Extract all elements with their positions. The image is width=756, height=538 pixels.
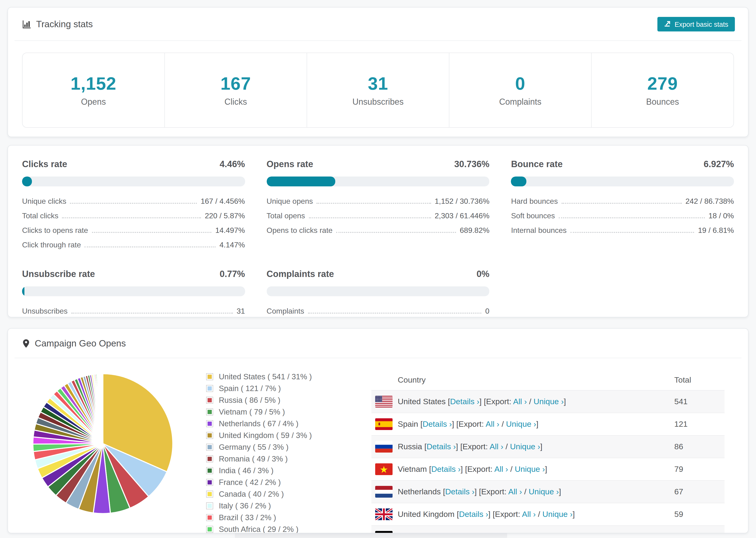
- rate-stat-value: 242 / 86.738%: [685, 197, 734, 206]
- legend-item-united-kingdom[interactable]: United Kingdom ( 59 / 3% ): [206, 431, 312, 440]
- legend-color-swatch: [206, 491, 213, 498]
- legend-item-germany[interactable]: Germany ( 55 / 3% ): [206, 443, 312, 452]
- export-unique-link[interactable]: Unique ›: [506, 419, 536, 428]
- export-unique-link[interactable]: Unique ›: [533, 397, 564, 406]
- rate-stat-value: 14.497%: [215, 226, 245, 235]
- rate-section-value: 4.46%: [220, 159, 245, 170]
- legend-item-brazil[interactable]: Brazil ( 33 / 2% ): [206, 513, 312, 522]
- export-unique-link[interactable]: Unique ›: [510, 442, 540, 451]
- rate-section-value: 30.736%: [454, 159, 490, 170]
- legend-color-swatch: [206, 408, 213, 415]
- details-link[interactable]: Details ›: [459, 510, 488, 518]
- legend-label: Spain ( 121 / 7% ): [219, 384, 281, 393]
- bracket: ]: [559, 487, 561, 496]
- details-link[interactable]: Details ›: [431, 464, 460, 473]
- legend-color-swatch: [206, 502, 213, 510]
- campaign-geo-opens-title: Campaign Geo Opens: [22, 338, 126, 349]
- legend-item-netherlands[interactable]: Netherlands ( 67 / 4% ): [206, 419, 312, 428]
- details-link[interactable]: Details ›: [423, 419, 452, 428]
- rate-stat-label: Soft bounces: [511, 212, 555, 220]
- flag-icon-nl: [375, 486, 393, 498]
- bracket: ]: [460, 464, 463, 473]
- legend-item-romania[interactable]: Romania ( 49 / 3% ): [206, 455, 312, 463]
- legend-item-india[interactable]: India ( 46 / 3% ): [206, 466, 312, 475]
- rate-section-bounce-rate: Bounce rate6.927%Hard bounces242 / 86.73…: [511, 159, 734, 249]
- bar-chart-icon: [22, 20, 31, 29]
- rate-stat-label: Unsubscribes: [22, 307, 68, 315]
- rate-section-header: Bounce rate6.927%: [511, 159, 734, 170]
- rate-section-title: Complaints rate: [266, 269, 334, 279]
- export-all-link[interactable]: All ›: [513, 397, 527, 406]
- export-unique-link[interactable]: Unique ›: [514, 464, 545, 473]
- slash: /: [538, 510, 540, 518]
- legend-color-swatch: [206, 526, 213, 533]
- summary-stat-value: 1,152: [71, 74, 116, 94]
- summary-stats-group: 1,152Opens167Clicks31Unsubscribes0Compla…: [22, 53, 734, 128]
- export-unique-link[interactable]: Unique ›: [518, 532, 549, 533]
- legend-item-france[interactable]: France ( 42 / 2% ): [206, 478, 312, 487]
- rate-stat-value: 1,152 / 30.736%: [435, 197, 490, 206]
- tracking-stats-title-text: Tracking stats: [36, 19, 93, 29]
- export-unique-link[interactable]: Unique ›: [529, 487, 559, 496]
- export-all-link[interactable]: All ›: [508, 487, 522, 496]
- rate-section-header: Complaints rate0%: [266, 269, 489, 279]
- rate-stat-label: Click through rate: [22, 241, 81, 249]
- legend-item-italy[interactable]: Italy ( 36 / 2% ): [206, 501, 312, 510]
- tracking-stats-title: Tracking stats: [22, 19, 93, 29]
- summary-stat-label: Complaints: [499, 97, 541, 107]
- export-prefix: Export:: [459, 419, 484, 428]
- bracket: [: [460, 442, 462, 451]
- legend-color-swatch: [206, 420, 213, 427]
- export-all-link[interactable]: All ›: [490, 442, 503, 451]
- legend-color-swatch: [206, 479, 213, 486]
- table-row-gb: United Kingdom [Details ›] [Export: All …: [371, 503, 725, 525]
- legend-color-swatch: [206, 467, 213, 474]
- details-link[interactable]: Details ›: [445, 487, 474, 496]
- legend-item-spain[interactable]: Spain ( 121 / 7% ): [206, 384, 312, 393]
- legend-item-canada[interactable]: Canada ( 40 / 2% ): [206, 490, 312, 499]
- geo-table-header-row: Country Total: [371, 370, 725, 390]
- country-name: United States: [398, 397, 446, 406]
- rate-section-complaints-rate: Complaints rate0%Complaints0: [266, 269, 489, 315]
- summary-stat-opens: 1,152Opens: [23, 53, 164, 127]
- rate-stat-value: 19 / 6.81%: [698, 226, 734, 235]
- export-all-link[interactable]: All ›: [486, 419, 499, 428]
- tracking-stats-card: Tracking stats Export basic stats 1,152O…: [8, 7, 748, 137]
- export-unique-link[interactable]: Unique ›: [542, 510, 573, 518]
- bracket: [: [479, 487, 481, 496]
- export-button-label: Export basic stats: [675, 21, 728, 28]
- export-all-link[interactable]: All ›: [522, 510, 536, 518]
- rate-stat-label: Unique opens: [266, 197, 313, 206]
- rate-stat-value: 2,303 / 61.446%: [435, 212, 490, 220]
- rate-section-title: Bounce rate: [511, 159, 563, 170]
- rate-stat-row: Soft bounces18 / 0%: [511, 212, 734, 220]
- legend-color-swatch: [206, 432, 213, 439]
- bracket: ]: [479, 397, 482, 406]
- export-basic-stats-button[interactable]: Export basic stats: [657, 17, 735, 31]
- dotted-leader: [309, 217, 431, 218]
- table-row-de: Germany [Details ›] [Export: All › / Uni…: [371, 525, 725, 533]
- legend-item-vietnam[interactable]: Vietnam ( 79 / 5% ): [206, 407, 312, 416]
- slash: /: [506, 442, 508, 451]
- rate-stat-row: Clicks to opens rate14.497%: [22, 226, 245, 235]
- legend-label: France ( 42 / 2% ): [219, 478, 281, 487]
- bracket: [: [457, 419, 459, 428]
- export-all-link[interactable]: All ›: [495, 464, 508, 473]
- bracket: ]: [540, 442, 542, 451]
- dotted-leader: [562, 203, 682, 204]
- dotted-leader: [570, 232, 694, 233]
- rate-progress-fill: [511, 177, 527, 187]
- bracket: ]: [573, 510, 575, 518]
- bracket: ]: [536, 419, 538, 428]
- legend-item-russia[interactable]: Russia ( 86 / 5% ): [206, 396, 312, 405]
- details-link[interactable]: Details ›: [450, 397, 479, 406]
- slash: /: [502, 419, 504, 428]
- total-cell: 67: [674, 487, 725, 497]
- bracket: ]: [549, 532, 551, 533]
- legend-item-united-states[interactable]: United States ( 541 / 31% ): [206, 372, 312, 381]
- details-link[interactable]: Details ›: [427, 442, 456, 451]
- pie-legend: United States ( 541 / 31% )Spain ( 121 /…: [206, 372, 312, 533]
- bracket: [: [484, 397, 486, 406]
- legend-item-south-africa[interactable]: South Africa ( 29 / 2% ): [206, 525, 312, 533]
- summary-stat-value: 31: [368, 74, 388, 94]
